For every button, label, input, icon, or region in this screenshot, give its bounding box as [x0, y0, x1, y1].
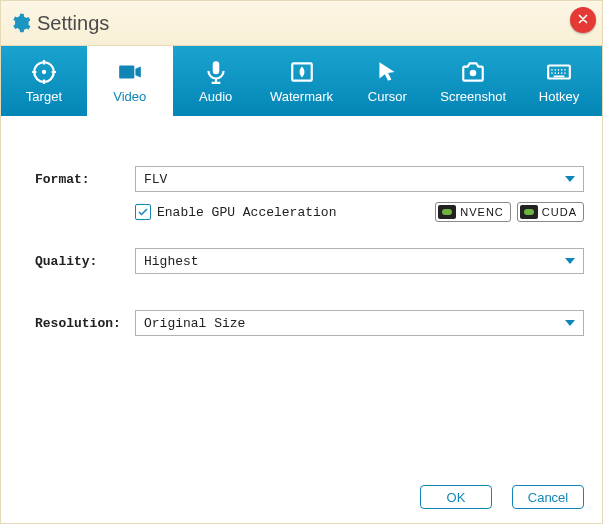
watermark-icon: [289, 59, 315, 85]
close-icon: [576, 12, 590, 29]
tab-audio[interactable]: Audio: [173, 46, 259, 116]
tab-watermark[interactable]: Watermark: [259, 46, 345, 116]
cancel-label: Cancel: [528, 490, 568, 505]
hotkey-icon: [546, 59, 572, 85]
gear-icon: [9, 12, 31, 34]
nvidia-icon: [520, 205, 538, 219]
audio-icon: [203, 59, 229, 85]
ok-label: OK: [447, 490, 466, 505]
format-select[interactable]: FLV: [135, 166, 584, 192]
video-panel: Format: FLV Enable GPU Acceleration NVEN…: [1, 116, 602, 478]
tab-label: Target: [26, 89, 62, 104]
cursor-icon: [374, 59, 400, 85]
target-icon: [31, 59, 57, 85]
quality-select[interactable]: Highest: [135, 248, 584, 274]
resolution-label: Resolution:: [35, 316, 135, 331]
gpu-badges: NVENC CUDA: [435, 202, 584, 222]
cuda-badge: CUDA: [517, 202, 584, 222]
svg-point-4: [470, 69, 477, 76]
format-label: Format:: [35, 172, 135, 187]
titlebar: Settings: [1, 1, 602, 46]
nvenc-text: NVENC: [460, 206, 504, 218]
gpu-row: Enable GPU Acceleration NVENC CUDA: [135, 202, 584, 222]
video-icon: [117, 59, 143, 85]
format-row: Format: FLV: [35, 166, 584, 192]
tab-label: Watermark: [270, 89, 333, 104]
chevron-down-icon: [565, 320, 575, 326]
screenshot-icon: [460, 59, 486, 85]
format-value: FLV: [144, 172, 167, 187]
footer-buttons: OK Cancel: [420, 485, 584, 509]
gpu-label: Enable GPU Acceleration: [157, 205, 336, 220]
tab-label: Screenshot: [440, 89, 506, 104]
tab-label: Hotkey: [539, 89, 579, 104]
nvidia-icon: [438, 205, 456, 219]
tab-hotkey[interactable]: Hotkey: [516, 46, 602, 116]
resolution-select[interactable]: Original Size: [135, 310, 584, 336]
chevron-down-icon: [565, 176, 575, 182]
tab-label: Audio: [199, 89, 232, 104]
close-button[interactable]: [570, 7, 596, 33]
cancel-button[interactable]: Cancel: [512, 485, 584, 509]
cuda-text: CUDA: [542, 206, 577, 218]
quality-label: Quality:: [35, 254, 135, 269]
resolution-row: Resolution: Original Size: [35, 310, 584, 336]
chevron-down-icon: [565, 258, 575, 264]
tab-cursor[interactable]: Cursor: [344, 46, 430, 116]
window-title: Settings: [37, 12, 109, 35]
ok-button[interactable]: OK: [420, 485, 492, 509]
svg-point-1: [42, 69, 46, 73]
tab-screenshot[interactable]: Screenshot: [430, 46, 516, 116]
svg-rect-2: [212, 61, 219, 74]
tab-label: Video: [113, 89, 146, 104]
quality-value: Highest: [144, 254, 199, 269]
tab-target[interactable]: Target: [1, 46, 87, 116]
nvenc-badge: NVENC: [435, 202, 511, 222]
tab-label: Cursor: [368, 89, 407, 104]
resolution-value: Original Size: [144, 316, 245, 331]
quality-row: Quality: Highest: [35, 248, 584, 274]
tabs: Target Video Audio Watermark Cursor Scre…: [1, 46, 602, 116]
tab-video[interactable]: Video: [87, 46, 173, 116]
gpu-checkbox[interactable]: [135, 204, 151, 220]
